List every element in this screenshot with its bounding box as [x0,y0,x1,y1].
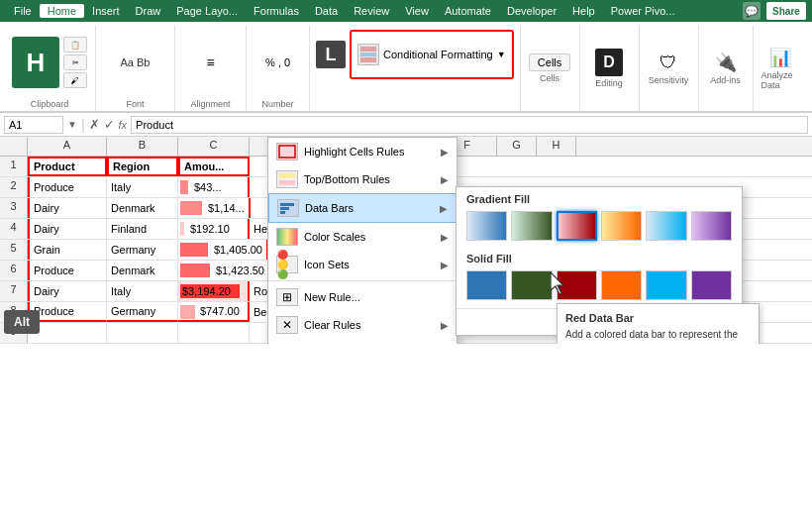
menu-draw[interactable]: Draw [128,5,169,17]
col-header-C[interactable]: C [178,137,250,156]
cell-B1[interactable]: Region [107,157,178,176]
menu-bar: File Home Insert Draw Page Layo... Formu… [0,0,812,22]
analyze-icon[interactable]: 📊 [769,47,791,68]
cell-C5[interactable]: $1,405.00 [178,240,268,260]
share-icon[interactable]: Share [766,2,806,20]
cell-B9[interactable] [107,323,178,343]
cell-reference-input[interactable] [4,116,63,134]
cf-clearrules-item[interactable]: ✕ Clear Rules ▶ [268,311,457,339]
cell-A5[interactable]: Grain [28,240,107,260]
cell-C9[interactable] [178,323,250,343]
swatch-blue-solid[interactable] [466,270,507,300]
cell-A1[interactable]: Product [28,157,107,176]
cf-highlight-cells-item[interactable]: Highlight Cells Rules ▶ [268,138,457,165]
addins-icon[interactable]: 🔌 [715,52,737,73]
h-button[interactable]: H [12,37,59,88]
cell-B5[interactable]: Germany [107,240,178,260]
cell-A3[interactable]: Dairy [28,198,107,218]
cancel-formula-icon[interactable]: ✗ [89,117,100,132]
cell-C7[interactable]: $3,194.20 [178,281,250,301]
col-header-G[interactable]: G [497,137,537,156]
menu-pagelayout[interactable]: Page Layo... [168,5,246,17]
cell-C4[interactable]: $192.10 [178,219,250,239]
svg-rect-0 [360,47,376,52]
menu-developer[interactable]: Developer [499,5,564,17]
number-options[interactable]: % , 0 [265,56,290,68]
menu-help[interactable]: Help [564,5,603,17]
cells-btn[interactable]: Cells [529,53,570,71]
cell-B8[interactable]: Germany [107,302,178,322]
expand-ref-icon[interactable]: ▼ [67,119,77,130]
swatch-lblue-gradient[interactable] [646,211,686,241]
col-header-A[interactable]: A [28,137,107,156]
solid-fill-label: Solid Fill [457,249,742,267]
cell-B2[interactable]: Italy [107,177,178,197]
cell-A7[interactable]: Dairy [28,281,107,301]
separator: | [81,117,85,133]
cell-B6[interactable]: Denmark [107,261,178,280]
swatch-orange-gradient[interactable] [601,211,642,241]
menu-view[interactable]: View [397,5,437,17]
number-label: Number [261,99,293,109]
cf-newrule-item[interactable]: ⊞ New Rule... [268,283,457,311]
swatch-purple-solid[interactable] [691,270,732,300]
cut-button[interactable]: ✂ [63,54,87,70]
cf-databars-item[interactable]: Data Bars ▶ [268,193,457,223]
menu-data[interactable]: Data [307,5,346,17]
menu-insert[interactable]: Insert [84,5,128,17]
col-header-B[interactable]: B [107,137,178,156]
alt-badge[interactable]: Alt [4,310,40,334]
cell-A8[interactable]: Produce [28,302,107,322]
row-header-4: 4 [0,219,28,239]
confirm-formula-icon[interactable]: ✓ [104,117,115,132]
cell-A4[interactable]: Dairy [28,219,107,239]
cells-label: Cells [540,73,559,83]
cell-B7[interactable]: Italy [107,281,178,301]
menu-automate[interactable]: Automate [437,5,499,17]
cell-A9[interactable] [28,323,107,343]
menu-powerpivot[interactable]: Power Pivo... [603,5,683,17]
swatch-red-gradient[interactable] [557,211,597,241]
swatch-green-solid[interactable] [511,270,552,300]
d-badge[interactable]: D [595,49,623,76]
insert-function-icon[interactable]: fx [119,119,128,131]
swatch-green-gradient[interactable] [511,211,552,241]
swatch-purple-gradient[interactable] [691,211,732,241]
menu-home[interactable]: Home [40,4,84,18]
sensitivity-icon[interactable]: 🛡 [660,53,677,73]
cell-A2[interactable]: Produce [28,177,107,197]
col-header-H[interactable]: H [537,137,576,156]
alignment-group: ≡ Alignment [175,26,247,111]
menu-formulas[interactable]: Formulas [246,5,307,17]
cell-C2[interactable]: $43... [178,177,250,197]
cell-C6[interactable]: $1,423.50 [178,261,270,280]
iconsets-icon: 🔴🟡🟢 [276,256,298,273]
cell-B4[interactable]: Finland [107,219,178,239]
clearrules-arrow: ▶ [441,320,449,331]
paste-button[interactable]: 📋 [63,37,87,53]
comment-icon[interactable]: 💬 [743,2,761,20]
font-options[interactable]: Aa Bb [121,56,151,68]
cell-C3[interactable]: $1,14... [178,198,251,218]
align-left-icon[interactable]: ≡ [206,54,214,70]
cell-C8[interactable]: $747.00 [178,302,250,322]
formula-input[interactable] [131,116,808,134]
format-painter-button[interactable]: 🖌 [63,72,87,88]
l-badge[interactable]: L [316,41,346,68]
swatch-blue-gradient[interactable] [466,211,507,241]
swatch-orange-solid[interactable] [601,270,642,300]
menu-review[interactable]: Review [346,5,397,17]
swatch-lblue-solid[interactable] [646,270,686,300]
conditional-formatting-button[interactable]: Conditional Formatting ▼ [350,30,514,79]
cf-colorscales-item[interactable]: Color Scales ▶ [268,223,457,251]
menu-file[interactable]: File [6,5,40,17]
cf-managerules-item[interactable]: ⚙ Manage Rules... [268,339,457,344]
cell-C1[interactable]: Amou... [178,157,250,176]
addins-label: Add-ins [710,75,741,85]
cf-iconsets-item[interactable]: 🔴🟡🟢 Icon Sets ▶ [268,251,457,278]
cell-A6[interactable]: Produce [28,261,107,280]
swatch-red-solid[interactable] [557,270,597,300]
cf-topbottom-item[interactable]: Top/Bottom Rules ▶ [268,165,457,193]
cell-B3[interactable]: Denmark [107,198,178,218]
colorscales-arrow: ▶ [441,232,449,243]
